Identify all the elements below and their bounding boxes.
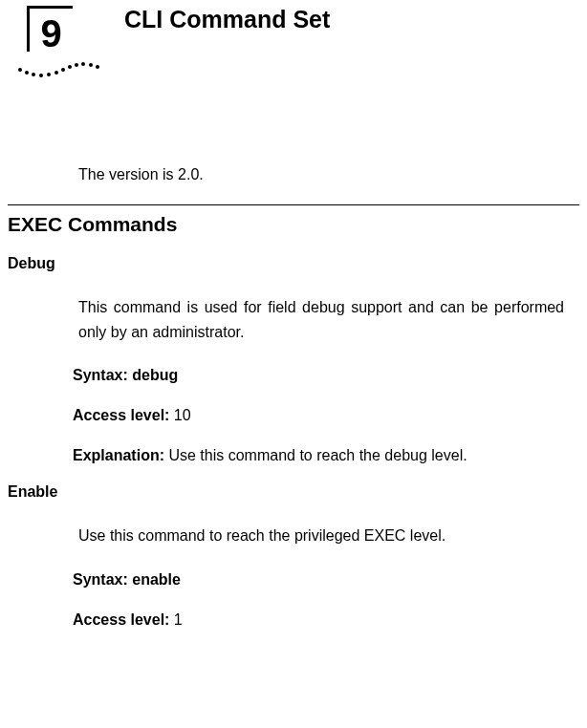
chapter-title: CLI Command Set — [124, 6, 330, 33]
access-label: Access level: — [73, 611, 174, 628]
chapter-number-box: 9 — [27, 6, 73, 52]
syntax-value: debug — [132, 367, 178, 383]
syntax-line-enable: Syntax: enable — [73, 571, 564, 589]
chapter-dots-decoration — [13, 48, 105, 76]
command-description-debug: This command is used for field debug sup… — [78, 295, 564, 344]
access-value: 1 — [174, 611, 183, 628]
chapter-badge: 9 — [17, 6, 84, 63]
command-description-enable: Use this command to reach the privileged… — [78, 524, 564, 548]
access-line-enable: Access level: 1 — [73, 611, 564, 629]
chapter-number: 9 — [40, 14, 61, 53]
access-value: 10 — [174, 407, 191, 423]
explanation-value: Use this command to reach the debug leve… — [168, 447, 467, 463]
access-label: Access level: — [73, 407, 174, 423]
explanation-label: Explanation: — [73, 447, 168, 463]
access-line-debug: Access level: 10 — [73, 407, 564, 424]
command-heading-enable: Enable — [8, 483, 587, 501]
syntax-line-debug: Syntax: debug — [73, 367, 564, 384]
version-text: The version is 2.0. — [78, 166, 587, 183]
command-heading-debug: Debug — [8, 255, 587, 272]
chapter-header: 9 CLI Command Set — [17, 6, 587, 63]
section-divider — [8, 204, 579, 205]
section-heading: EXEC Commands — [8, 213, 587, 236]
syntax-value: enable — [132, 571, 181, 588]
explanation-line-debug: Explanation: Use this command to reach t… — [73, 447, 564, 464]
syntax-label: Syntax: — [73, 571, 132, 588]
syntax-label: Syntax: — [73, 367, 132, 383]
